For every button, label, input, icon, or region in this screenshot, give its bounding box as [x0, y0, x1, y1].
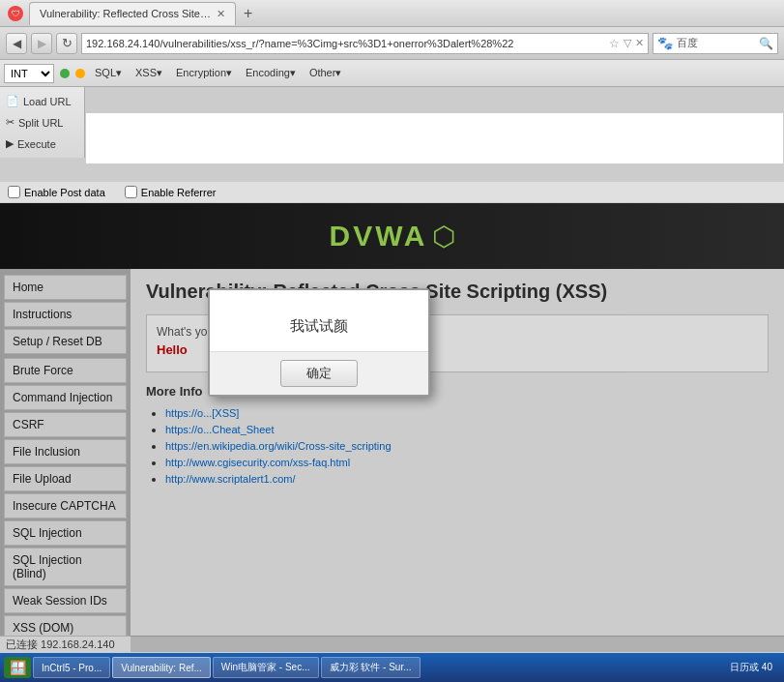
dvwa-header: DVWA ⬡ [0, 203, 784, 269]
green-dot-icon [60, 69, 70, 78]
back-button[interactable]: ◀ [6, 33, 27, 54]
taskbar: 🪟 InCtrl5 - Pro... Vulnerability: Ref...… [0, 653, 784, 682]
dvwa-logo-shield: ⬡ [432, 221, 455, 252]
new-tab-button[interactable]: + [244, 5, 252, 22]
browser-favicon: 🛡 [8, 6, 23, 21]
bookmark-tools-icon[interactable]: ▽ [624, 37, 631, 49]
modal-body: 我试试颜 [210, 290, 428, 351]
address-bar: ◀ ▶ ↻ 192.168.24.140/vulnerabilities/xss… [0, 27, 784, 60]
sidebar-item-setup[interactable]: Setup / Reset DB [4, 329, 127, 354]
dvwa-body: Home Instructions Setup / Reset DB Brute… [0, 269, 784, 652]
execute-icon: ▶ [6, 137, 14, 150]
sidebar-item-brute-force[interactable]: Brute Force [4, 358, 127, 383]
options-bar: Enable Post data Enable Referrer [0, 182, 784, 203]
address-input[interactable]: 192.168.24.140/vulnerabilities/xss_r/?na… [81, 33, 649, 54]
sidebar-item-file-upload[interactable]: File Upload [4, 466, 127, 491]
taskbar-btn-winsec[interactable]: Win电脑管家 - Sec... [213, 657, 319, 678]
search-icon[interactable]: 🔍 [759, 37, 773, 50]
sidebar-item-csrf[interactable]: CSRF [4, 412, 127, 437]
search-box[interactable]: 🐾 百度 🔍 [653, 33, 778, 54]
taskbar-btn-inctrl[interactable]: InCtrl5 - Pro... [33, 657, 110, 678]
other-menu[interactable]: Other▾ [305, 65, 346, 81]
url-textarea-area [85, 112, 784, 164]
enable-post-label[interactable]: Enable Post data [8, 186, 105, 198]
browser-tab[interactable]: Vulnerability: Reflected Cross Site… ✕ [29, 2, 236, 25]
dvwa-sidebar: Home Instructions Setup / Reset DB Brute… [0, 269, 131, 652]
taskbar-btn-vuln[interactable]: Vulnerability: Ref... [112, 657, 211, 678]
sidebar-item-sql-injection[interactable]: SQL Injection [4, 520, 127, 546]
sql-menu[interactable]: SQL▾ [91, 65, 126, 81]
modal-overlay: 我试试颜 确定 [131, 269, 784, 652]
bookmark-star-icon[interactable]: ☆ [609, 37, 620, 50]
reload-button[interactable]: ↻ [56, 33, 77, 54]
sidebar-item-insecure-captcha[interactable]: Insecure CAPTCHA [4, 493, 127, 519]
status-text: 已连接 192.168.24.140 [6, 638, 115, 652]
load-url-item[interactable]: 📄 Load URL [2, 91, 82, 111]
address-text: 192.168.24.140/vulnerabilities/xss_r/?na… [86, 38, 605, 49]
dvwa-wrapper: DVWA ⬡ Home Instructions Setup / Reset D… [0, 203, 784, 652]
encryption-menu[interactable]: Encryption▾ [172, 65, 236, 81]
enable-post-text: Enable Post data [24, 187, 105, 198]
browser-titlebar: 🛡 Vulnerability: Reflected Cross Site… ✕… [0, 0, 784, 682]
paw-icon: 🐾 [657, 36, 673, 50]
split-url-item[interactable]: ✂ Split URL [2, 112, 82, 133]
close-addr-icon[interactable]: ✕ [635, 37, 644, 49]
load-url-label: Load URL [23, 96, 72, 107]
sidebar-item-instructions[interactable]: Instructions [4, 302, 127, 327]
modal-footer: 确定 [210, 351, 428, 395]
execute-label: Execute [17, 138, 56, 150]
int-select[interactable]: INT [4, 64, 54, 83]
dvwa-logo: DVWA ⬡ [330, 220, 455, 252]
split-url-icon: ✂ [6, 116, 15, 129]
side-toolbar: 📄 Load URL ✂ Split URL ▶ Execute [0, 87, 85, 158]
browser-title-bar: 🛡 Vulnerability: Reflected Cross Site… ✕… [0, 0, 784, 27]
enable-post-checkbox[interactable] [8, 186, 20, 198]
tab-title: Vulnerability: Reflected Cross Site… [40, 8, 211, 19]
sidebar-item-command-injection[interactable]: Command Injection [4, 385, 127, 410]
orange-dot-icon [75, 69, 85, 78]
xss-menu[interactable]: XSS▾ [131, 65, 166, 81]
taskbar-clock: 日历或 40 [722, 661, 780, 674]
split-url-label: Split URL [18, 117, 63, 129]
modal-dialog: 我试试颜 确定 [208, 288, 430, 397]
tab-close-icon[interactable]: ✕ [217, 8, 225, 20]
sidebar-item-home[interactable]: Home [4, 275, 127, 300]
hackbar-toolbar: INT SQL▾ XSS▾ Encryption▾ Encoding▾ Othe… [0, 60, 784, 87]
search-engine-label: 百度 [677, 36, 755, 50]
modal-ok-button[interactable]: 确定 [280, 360, 358, 387]
sidebar-item-file-inclusion[interactable]: File Inclusion [4, 439, 127, 464]
forward-button[interactable]: ▶ [31, 33, 52, 54]
enable-referrer-label[interactable]: Enable Referrer [125, 186, 217, 198]
sidebar-item-weak-session-ids[interactable]: Weak Session IDs [4, 588, 127, 613]
encoding-menu[interactable]: Encoding▾ [242, 65, 300, 81]
dvwa-main: Vulnerability: Reflected Cross Site Scri… [131, 269, 784, 652]
modal-message: 我试试颜 [290, 317, 348, 336]
dvwa-logo-text: DVWA [330, 220, 428, 252]
taskbar-btn-weilicai[interactable]: 威力彩 软件 - Sur... [321, 657, 421, 678]
execute-item[interactable]: ▶ Execute [2, 133, 82, 154]
load-url-icon: 📄 [6, 95, 19, 107]
enable-referrer-checkbox[interactable] [125, 186, 137, 198]
start-button[interactable]: 🪟 [4, 657, 31, 678]
sidebar-item-sql-injection-blind[interactable]: SQL Injection (Blind) [4, 548, 127, 586]
enable-referrer-text: Enable Referrer [141, 187, 217, 198]
